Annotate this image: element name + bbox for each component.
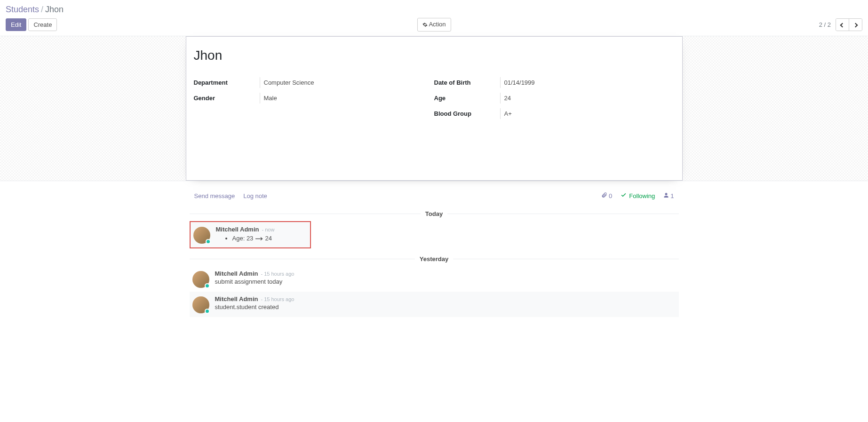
dob-label: Date of Birth [434,77,500,88]
message-author: Mitchell Admin [215,295,258,303]
log-message: Mitchell Admin - 15 hours ago student.st… [190,292,679,317]
message-author: Mitchell Admin [216,226,259,233]
pager-counter: 2 / 2 [819,21,831,28]
blood-group-value: A+ [500,108,675,119]
online-status-dot [205,309,210,314]
message-author: Mitchell Admin [215,270,258,277]
online-status-dot [206,239,211,244]
gear-icon [422,22,427,29]
avatar [193,227,210,244]
message-time: - now [262,227,274,232]
log-message: Mitchell Admin - 15 hours ago submit ass… [190,266,679,292]
form-sheet: Jhon Department Computer Science Gender … [186,36,683,181]
breadcrumb-parent[interactable]: Students [6,5,39,14]
send-message-button[interactable]: Send message [194,192,235,199]
user-icon [663,192,669,199]
message-content: student.student created [215,303,676,311]
record-title: Jhon [194,48,675,63]
age-label: Age [434,93,500,104]
thread-separator-today: Today [421,210,447,217]
create-button[interactable]: Create [28,18,57,31]
dob-value: 01/14/1999 [500,77,675,88]
gender-value: Male [260,93,434,104]
avatar [192,271,209,288]
blood-group-label: Blood Group [434,108,500,119]
log-message: Mitchell Admin - now Age: 23 24 [190,221,311,248]
breadcrumb: Students/Jhon [6,5,862,15]
age-value: 24 [500,93,675,104]
action-button[interactable]: Action [417,18,451,31]
breadcrumb-current: Jhon [45,5,64,14]
department-label: Department [194,77,260,88]
message-content: submit assignment today [215,278,676,285]
edit-button[interactable]: Edit [6,18,26,31]
pager-buttons [836,18,862,31]
message-time: - 15 hours ago [261,296,294,302]
log-note-button[interactable]: Log note [243,192,267,199]
gender-label: Gender [194,93,260,104]
arrow-right-icon [255,235,263,242]
breadcrumb-separator: / [41,5,43,14]
chevron-right-icon [853,23,858,28]
avatar [192,296,209,313]
followers-button[interactable]: 1 [663,192,674,199]
following-button[interactable]: Following [621,192,655,199]
chevron-left-icon [840,23,845,28]
pager-next-button[interactable] [849,19,862,31]
pager-prev-button[interactable] [836,19,849,31]
online-status-dot [205,283,210,288]
thread-separator-yesterday: Yesterday [415,255,453,263]
attachments-button[interactable]: 0 [601,192,612,199]
check-icon [621,192,627,199]
paperclip-icon [601,192,607,199]
message-time: - 15 hours ago [261,271,294,277]
department-value: Computer Science [260,77,434,88]
message-content: Age: 23 24 [216,235,307,242]
